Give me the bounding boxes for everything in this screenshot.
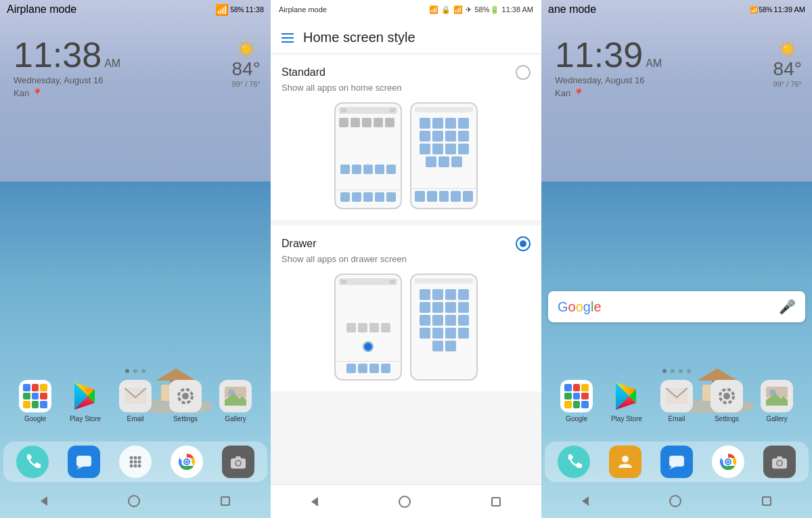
- right-dot-3: [679, 369, 683, 373]
- center-status-right: 📶 🔒 📶 ✈ 58%🔋 11:38 AM: [429, 5, 533, 14]
- right-weather-range: 99° / 76°: [773, 80, 802, 88]
- right-clock-ampm: AM: [646, 58, 662, 69]
- hamburger-menu[interactable]: [281, 33, 294, 43]
- right-app-google[interactable]: Google: [556, 380, 597, 423]
- standard-option[interactable]: Standard Show all apps on home screen: [271, 54, 541, 220]
- app-settings[interactable]: Settings: [165, 380, 206, 423]
- right-dock-chrome[interactable]: [712, 446, 744, 478]
- dialog-header: Home screen style: [271, 19, 541, 54]
- left-nav-bar: [0, 484, 271, 518]
- right-recents-button[interactable]: [762, 496, 771, 506]
- svg-point-22: [134, 460, 137, 464]
- right-home-button[interactable]: [669, 495, 681, 507]
- right-app-gallery[interactable]: Gallery: [757, 380, 797, 423]
- dock-camera[interactable]: [222, 446, 254, 478]
- svg-point-58: [727, 460, 729, 463]
- dock-messages[interactable]: [68, 446, 100, 478]
- svg-rect-53: [669, 456, 684, 467]
- voice-search-icon[interactable]: 🎤: [779, 299, 796, 315]
- playstore-icon: [69, 380, 102, 412]
- right-app-playstore[interactable]: Play Store: [606, 380, 647, 423]
- standard-radio[interactable]: [516, 65, 531, 80]
- svg-point-20: [138, 456, 141, 460]
- right-nav-bar: [541, 484, 812, 518]
- clock-widget: 11:38 AM Wednesday, August 16 Kan 📍: [14, 37, 120, 98]
- right-sim-icon: 📶: [750, 6, 758, 14]
- right-dot-4: [687, 369, 691, 373]
- drawer-mockups: [281, 274, 531, 381]
- center-home-btn[interactable]: [399, 496, 411, 508]
- drawer-option-header: Drawer: [281, 236, 531, 251]
- google-search-bar[interactable]: Google 🎤: [548, 291, 805, 322]
- email-label: Email: [127, 415, 143, 423]
- standard-mockups: [281, 102, 531, 209]
- svg-point-46: [723, 393, 730, 400]
- center-status-bar: Airplane mode 📶 🔒 📶 ✈ 58%🔋 11:38 AM: [271, 0, 541, 19]
- dock-chrome[interactable]: [171, 446, 203, 478]
- drawer-desc: Show all apps on drawer screen: [281, 254, 531, 264]
- dock-phone[interactable]: [16, 446, 49, 478]
- right-playstore-label: Play Store: [611, 415, 642, 423]
- center-wifi-icon: 📶: [453, 5, 463, 14]
- standard-title: Standard: [281, 66, 325, 79]
- center-recents-btn[interactable]: [491, 497, 501, 506]
- right-battery: 58%: [759, 6, 773, 14]
- clock-time: 11:38: [14, 37, 102, 72]
- right-playstore-icon: [610, 380, 643, 412]
- right-weather-temp: 84°: [773, 58, 802, 80]
- right-app-row: Google Play Store: [541, 376, 812, 427]
- right-dot-1: [662, 369, 667, 373]
- right-clock-time: 11:39: [555, 37, 643, 72]
- svg-marker-17: [76, 467, 83, 469]
- right-time: 11:39 AM: [774, 5, 805, 14]
- right-back-button[interactable]: [582, 496, 589, 506]
- svg-point-21: [130, 460, 133, 464]
- home-button[interactable]: [128, 495, 140, 507]
- app-email[interactable]: Email: [115, 380, 156, 423]
- right-dock-phone[interactable]: [558, 446, 590, 478]
- standard-mockup-right: [410, 102, 478, 209]
- weather-temp: 84°: [232, 58, 261, 80]
- svg-rect-35: [235, 456, 241, 459]
- right-dock-messages[interactable]: [660, 446, 693, 478]
- sim-icon: 📶: [215, 3, 229, 16]
- hamburger-line-1: [281, 33, 294, 35]
- time-display: 11:38: [245, 5, 264, 14]
- right-app-email[interactable]: Email: [656, 380, 697, 423]
- right-settings-icon: [710, 380, 743, 412]
- right-dock-contacts[interactable]: [609, 446, 641, 478]
- playstore-label: Play Store: [70, 415, 101, 423]
- battery-icon: 58%: [230, 6, 244, 14]
- center-time: 11:38 AM: [502, 5, 533, 14]
- center-battery: 58%🔋: [474, 5, 499, 14]
- app-google[interactable]: Google: [15, 380, 55, 423]
- center-lock-icon: 🔒: [441, 5, 451, 14]
- recents-button[interactable]: [221, 496, 230, 506]
- dot-3: [141, 369, 145, 373]
- dialog-title: Home screen style: [303, 30, 415, 45]
- drawer-radio[interactable]: [516, 236, 531, 251]
- svg-point-23: [138, 460, 141, 464]
- dock-launcher[interactable]: [119, 446, 152, 478]
- right-dock-camera[interactable]: [763, 446, 796, 478]
- drawer-option[interactable]: Drawer Show all apps on drawer screen: [271, 225, 541, 391]
- app-gallery[interactable]: Gallery: [215, 380, 256, 423]
- back-button[interactable]: [41, 496, 47, 506]
- weather-widget: ☀️ 84° 99° / 76°: [232, 41, 261, 88]
- app-playstore[interactable]: Play Store: [65, 380, 106, 423]
- svg-point-52: [622, 456, 629, 462]
- right-app-settings[interactable]: Settings: [706, 380, 747, 423]
- right-clock-location: Kan 📍: [555, 88, 662, 98]
- right-status-icons: 📶 58% 11:39 AM: [750, 5, 806, 14]
- right-airplane-label: ane mode: [548, 3, 596, 16]
- dock: [3, 441, 267, 482]
- center-airplane-label: Airplane mode: [279, 5, 327, 14]
- svg-rect-16: [76, 456, 91, 467]
- mockup-header-left: [339, 107, 397, 114]
- center-back-btn[interactable]: [311, 497, 318, 506]
- settings-label: Settings: [173, 415, 198, 423]
- radio-inner: [520, 240, 526, 247]
- standard-desc: Show all apps on home screen: [281, 83, 531, 93]
- gallery-label: Gallery: [225, 415, 246, 423]
- email-icon: [119, 380, 152, 412]
